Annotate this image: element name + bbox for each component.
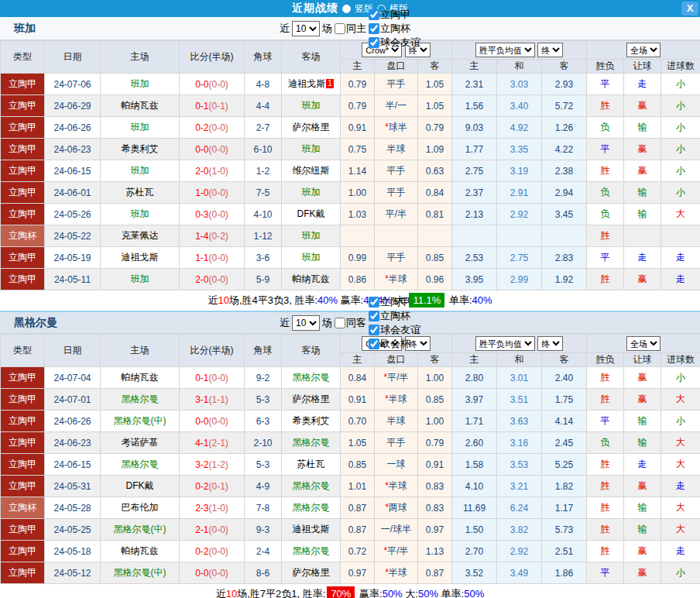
scope-select[interactable]: 全场 (626, 43, 661, 57)
handicap-cell: *半球 (375, 269, 418, 290)
winloss-result-cell: 负 (587, 204, 624, 225)
handicap-result-cell: 赢 (624, 95, 661, 117)
league-checkbox-1[interactable] (369, 311, 379, 321)
handicap-cell: *半球 (375, 562, 418, 584)
same-home-label: 同主 (346, 22, 366, 36)
score-cell: 0-0(0-0) (180, 411, 245, 432)
score-cell: 0-2(0-0) (180, 541, 245, 562)
handicap-result-cell (624, 225, 661, 247)
league-label-2: 球会友谊 (380, 36, 420, 50)
league-checkbox-2[interactable] (369, 325, 379, 335)
col-mean-draw: 和 (497, 60, 542, 74)
col-goals-result: 进球数 (661, 353, 700, 367)
halftime-score: (0-1) (209, 101, 228, 112)
home-team-name: 黑格尔曼(中) (114, 567, 166, 578)
match-row: 立陶甲24-06-01苏杜瓦1-0(0-0)7-5班加1.00平手0.842.3… (1, 182, 700, 204)
same-away-checkbox[interactable] (335, 318, 345, 328)
col-type: 类型 (1, 335, 45, 367)
fulltime-score: 2-1 (195, 524, 208, 535)
handicap-cell: *半球 (375, 476, 418, 497)
goals-result-cell: 大 (661, 519, 700, 541)
away-team-cell: 帕纳瓦兹 (282, 269, 341, 290)
score-cell: 1-0(0-0) (180, 182, 245, 204)
league-type-cell: 立陶甲 (1, 247, 45, 269)
away-team-name: 帕纳瓦兹 (293, 273, 330, 284)
score-cell: 0-0(0-0) (180, 139, 245, 160)
mean-away-cell: 5.73 (542, 519, 587, 541)
corners-cell: 9-3 (245, 519, 282, 541)
corners-cell: 2-4 (245, 541, 282, 562)
same-home-checkbox[interactable] (335, 23, 345, 34)
handicap-result-cell: 赢 (624, 139, 661, 160)
away-odds-cell: 0.84 (418, 182, 452, 204)
match-date-cell: 24-05-11 (45, 269, 101, 290)
league-checkbox-3[interactable] (369, 339, 379, 349)
mean-home-cell: 2.53 (452, 247, 497, 269)
handicap-cell (375, 225, 418, 247)
mean-away-cell: 2.94 (542, 182, 587, 204)
away-odds-cell: 0.79 (418, 432, 452, 454)
fulltime-score: 0-1 (195, 373, 208, 383)
handicap-cell: 平手 (375, 182, 418, 204)
match-date-cell: 24-05-28 (45, 497, 101, 519)
handicap-cell: *平/半 (375, 367, 418, 389)
corners-cell: 6-3 (245, 411, 282, 432)
away-team-cell: 萨尔格里 (282, 117, 341, 139)
home-team-cell: 苏杜瓦 (101, 182, 180, 204)
away-team-name: 黑格尔曼 (293, 480, 330, 491)
handicap-cell: 平手 (375, 432, 418, 454)
games-count-select[interactable]: 10 (292, 21, 320, 36)
fulltime-score: 0-0 (195, 568, 208, 579)
mean-final-select[interactable]: 终 (537, 336, 563, 351)
match-date-cell: 24-05-26 (45, 204, 101, 225)
match-date-cell: 24-07-04 (45, 367, 101, 389)
scope-select[interactable]: 全场 (626, 336, 661, 351)
games-count-select[interactable]: 10 (292, 315, 320, 331)
home-team-cell: 黑格尔曼 (101, 454, 180, 476)
league-checkbox-1[interactable] (369, 23, 379, 34)
close-button[interactable]: X (681, 2, 698, 15)
asterisk-mark: * (385, 480, 389, 491)
mean-select[interactable]: 胜平负均值 (475, 336, 535, 351)
home-team-name: 考诺萨基 (122, 437, 159, 448)
mean-select[interactable]: 胜平负均值 (475, 43, 535, 57)
col-home: 主场 (101, 335, 180, 367)
mean-home-cell: 9.03 (452, 117, 497, 139)
away-odds-cell: 1.13 (418, 541, 452, 562)
score-cell: 0-0(0-0) (180, 74, 245, 95)
match-row: 立陶甲24-05-26班加0-3(0-0)4-10DFK戴1.03平/半0.81… (1, 204, 700, 225)
col-date: 日期 (45, 335, 101, 367)
home-odds-cell: 1.05 (341, 432, 375, 454)
score-cell: 0-2(0-0) (180, 117, 245, 139)
home-team-name: 帕纳瓦兹 (122, 372, 159, 383)
league-checkbox-0[interactable] (369, 9, 379, 20)
home-odds-cell: 0.87 (341, 519, 375, 541)
home-team-cell: 班加 (101, 117, 180, 139)
league-type-cell: 立陶杯 (1, 225, 45, 247)
asterisk-mark: * (383, 545, 387, 556)
mean-home-cell: 1.56 (452, 95, 497, 117)
mean-home-cell: 3.95 (452, 269, 497, 290)
home-odds-cell: 0.72 (341, 541, 375, 562)
halftime-score: (0-1) (209, 481, 228, 492)
league-checkbox-0[interactable] (369, 297, 379, 308)
asterisk-mark: * (383, 372, 387, 383)
league-filter-3: 欧会杯 (369, 337, 420, 351)
home-odds-cell: 0.97 (341, 562, 375, 584)
home-team-name: 迪祖戈斯 (122, 252, 159, 263)
handicap-result-cell: 输 (624, 182, 661, 204)
fulltime-score: 0-2 (195, 122, 208, 133)
mean-final-select[interactable]: 终 (537, 43, 563, 57)
fulltime-score: 3-2 (195, 459, 208, 470)
match-row: 立陶甲24-06-26班加0-2(0-0)2-7萨尔格里0.91*球半0.799… (1, 117, 700, 139)
league-checkbox-2[interactable] (369, 37, 379, 48)
score-cell: 0-1(0-1) (180, 95, 245, 117)
handicap-result-cell: 赢 (624, 160, 661, 182)
scope-group-header: 全场 (587, 335, 700, 353)
summary-part: 近 (216, 588, 226, 598)
home-team-cell: 黑格尔曼(中) (101, 519, 180, 541)
away-odds-cell (418, 225, 452, 247)
halftime-score: (0-2) (209, 231, 228, 242)
handicap-cell: 半/一 (375, 95, 418, 117)
match-date-cell: 24-07-01 (45, 389, 101, 411)
